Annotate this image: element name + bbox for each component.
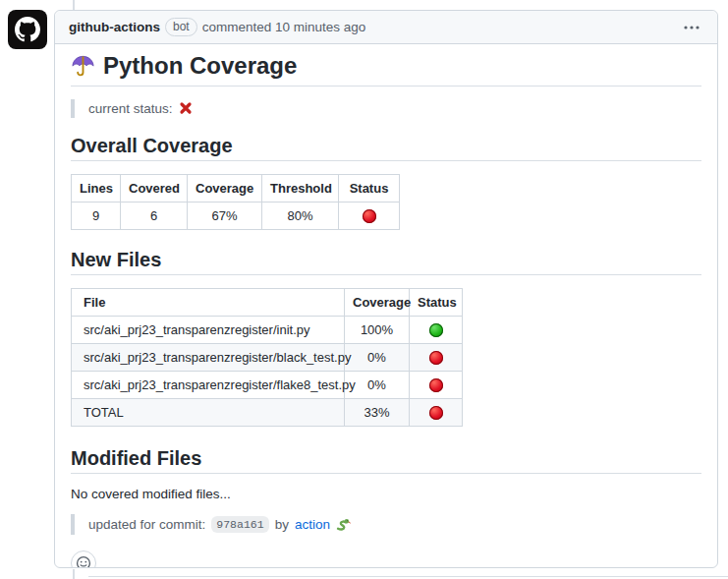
status-value — [410, 343, 463, 371]
status-value — [410, 316, 463, 343]
coverage-value: 100% — [345, 316, 410, 343]
report-title: Python Coverage — [71, 52, 701, 87]
avatar[interactable] — [8, 10, 47, 49]
new-files-heading: New Files — [71, 248, 701, 275]
timeline-line-bottom — [73, 569, 75, 579]
table-row: src/aki_prj23_transparenzregister/init.p… — [72, 316, 463, 343]
status-dot-icon — [429, 378, 443, 392]
status-dot-icon — [429, 406, 443, 420]
overall-coverage-heading: Overall Coverage — [71, 134, 701, 161]
status-dot-icon — [429, 351, 443, 365]
current-status-quote: current status: — [71, 99, 701, 118]
col-status: Status — [339, 174, 400, 202]
kebab-horizontal-icon — [684, 26, 700, 29]
overall-coverage-table: Lines Covered Coverage Threshold Status … — [71, 174, 400, 230]
by-text: by — [275, 517, 289, 532]
status-dot-icon — [429, 323, 443, 337]
github-octocat-icon — [15, 17, 40, 42]
col-lines: Lines — [72, 174, 121, 202]
coverage-value: 0% — [345, 343, 410, 371]
lines-value: 9 — [72, 202, 121, 229]
comment-body: Python Coverage current status: Overall … — [55, 44, 717, 568]
modified-files-heading: Modified Files — [71, 446, 701, 474]
col-coverage: Coverage — [188, 174, 262, 202]
col-threshold: Threshold — [262, 174, 339, 202]
file-path: src/aki_prj23_transparenzregister/flake8… — [72, 371, 345, 398]
new-files-table: File Coverage Status src/aki_prj23_trans… — [71, 288, 463, 427]
author-link[interactable]: github-actions — [69, 20, 160, 34]
coverage-value: 67% — [188, 202, 262, 229]
updated-commit-quote: updated for commit: 978a161 by action — [71, 514, 701, 535]
status-dot-icon — [363, 209, 376, 223]
report-title-text: Python Coverage — [103, 52, 297, 81]
umbrella-icon — [71, 54, 95, 79]
page: github-actions bot commented 10 minutes … — [0, 0, 728, 579]
status-value — [410, 398, 463, 426]
bot-badge: bot — [165, 18, 197, 36]
cross-mark-icon — [179, 101, 193, 115]
col-file: File — [72, 288, 345, 316]
threshold-value: 80% — [262, 202, 339, 229]
action-link[interactable]: action — [295, 517, 330, 532]
covered-value: 6 — [121, 202, 188, 229]
table-row: TOTAL 33% — [72, 398, 463, 426]
table-row: src/aki_prj23_transparenzregister/black_… — [72, 343, 463, 371]
table-header-row: Lines Covered Coverage Threshold Status — [72, 174, 400, 202]
status-value — [339, 202, 400, 229]
current-status-label: current status: — [88, 101, 173, 116]
file-path: src/aki_prj23_transparenzregister/init.p… — [72, 316, 345, 343]
coverage-value: 33% — [345, 398, 410, 426]
col-status: Status — [410, 288, 463, 316]
table-header-row: File Coverage Status — [72, 288, 463, 316]
col-coverage: Coverage — [345, 288, 410, 316]
comment-card: github-actions bot commented 10 minutes … — [54, 10, 718, 568]
file-path: src/aki_prj23_transparenzregister/black_… — [72, 343, 345, 371]
no-modified-files-text: No covered modified files... — [71, 487, 701, 501]
smiley-icon — [76, 555, 91, 568]
timeline-line-top — [73, 0, 75, 10]
table-row: 9 6 67% 80% — [72, 202, 400, 229]
file-path: TOTAL — [72, 398, 345, 426]
table-row: src/aki_prj23_transparenzregister/flake8… — [72, 371, 463, 398]
comment-header: github-actions bot commented 10 minutes … — [55, 11, 717, 44]
timestamp-link[interactable]: commented 10 minutes ago — [202, 20, 366, 34]
commit-hash-chip: 978a161 — [211, 516, 268, 533]
next-item-top-edge — [88, 576, 728, 577]
snake-icon — [336, 517, 351, 532]
updated-commit-label: updated for commit: — [88, 517, 205, 532]
add-reaction-button[interactable] — [71, 550, 96, 568]
comment-menu-button[interactable] — [680, 22, 703, 33]
status-value — [410, 371, 463, 398]
col-covered: Covered — [121, 174, 188, 202]
